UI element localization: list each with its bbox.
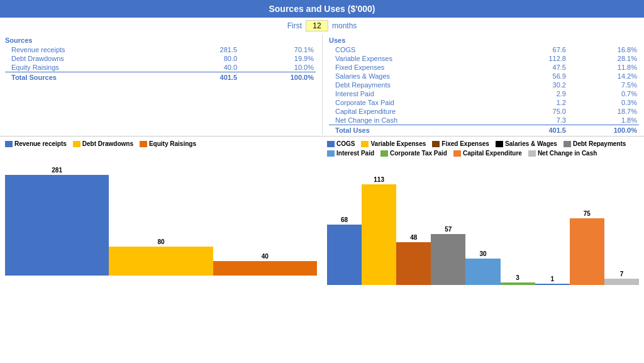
use-item-pct: 1.8%	[568, 116, 639, 125]
bar-label: 1	[550, 276, 554, 282]
months-row: First months	[0, 18, 644, 34]
bar-group: 30	[465, 250, 500, 285]
left-bar-chart: 281 80 40	[5, 150, 317, 276]
use-item-label: Capital Expenditure	[329, 107, 513, 116]
table-row: Variable Expenses 112.8 28.1%	[329, 54, 639, 63]
uses-table: COGS 67.6 16.8% Variable Expenses 112.8 …	[329, 45, 639, 135]
legend-item: Variable Expenses	[361, 140, 426, 147]
bar-group: 7	[604, 271, 639, 285]
uses-title: Uses	[329, 36, 639, 44]
source-item-label: Revenue receipts	[5, 45, 180, 54]
source-item-value: 40.0	[180, 63, 239, 72]
bar-label: 30	[479, 250, 486, 257]
legend-label: Salaries & Wages	[505, 140, 557, 147]
table-row: Salaries & Wages 56.9 14.2%	[329, 72, 639, 81]
use-item-pct: 14.2%	[568, 72, 639, 81]
uses-total-label: Total Uses	[329, 125, 513, 135]
bar-label: 75	[584, 210, 591, 217]
use-item-label: Variable Expenses	[329, 54, 513, 63]
sources-total-label: Total Sources	[5, 72, 180, 82]
bar	[5, 175, 109, 276]
use-item-value: 67.6	[513, 45, 568, 54]
sources-total-row: Total Sources 401.5 100.0%	[5, 72, 316, 82]
table-row: Revenue receipts 281.5 70.1%	[5, 45, 316, 54]
use-item-value: 47.5	[513, 63, 568, 72]
bar	[396, 242, 431, 285]
legend-label: Revenue receipts	[14, 140, 67, 147]
legend-label: Interest Paid	[336, 150, 374, 157]
use-item-pct: 0.7%	[568, 89, 639, 98]
bar-group: 40	[213, 253, 317, 276]
bar-group: 68	[327, 216, 362, 285]
source-item-pct: 10.0%	[239, 63, 316, 72]
use-item-pct: 11.8%	[568, 63, 639, 72]
table-row: Equity Raisings 40.0 10.0%	[5, 63, 316, 72]
use-item-value: 1.2	[513, 98, 568, 107]
legend-label: Variable Expenses	[370, 140, 426, 147]
sources-table: Revenue receipts 281.5 70.1% Debt Drawdo…	[5, 45, 316, 82]
tables-section: Sources Revenue receipts 281.5 70.1% Deb…	[0, 34, 644, 135]
left-legend: Revenue receiptsDebt DrawdownsEquity Rai…	[5, 140, 317, 147]
legend-item: Salaries & Wages	[496, 140, 557, 147]
uses-total-row: Total Uses 401.5 100.0%	[329, 125, 639, 135]
legend-label: Fixed Expenses	[441, 140, 489, 147]
bar-group: 80	[109, 238, 213, 276]
legend-label: Corporate Tax Paid	[390, 150, 447, 157]
legend-color-swatch	[528, 150, 536, 157]
months-before-label: First	[287, 21, 302, 30]
legend-color-swatch	[432, 141, 440, 147]
use-item-pct: 28.1%	[568, 54, 639, 63]
legend-color-swatch	[327, 141, 335, 147]
legend-item: Debt Drawdowns	[73, 140, 133, 147]
page-title: Sources and Uses ($'000)	[0, 0, 644, 18]
uses-panel: Uses COGS 67.6 16.8% Variable Expenses 1…	[322, 34, 639, 135]
use-item-pct: 0.3%	[568, 98, 639, 107]
left-chart: Revenue receiptsDebt DrawdownsEquity Rai…	[5, 140, 322, 285]
sources-total-value: 401.5	[180, 72, 239, 82]
legend-label: Equity Raisings	[149, 140, 196, 147]
use-item-value: 30.2	[513, 81, 568, 89]
legend-color-swatch	[496, 141, 503, 147]
source-item-value: 80.0	[180, 54, 239, 63]
bar-group: 57	[431, 226, 465, 285]
table-row: Interest Paid 2.9 0.7%	[329, 89, 639, 98]
legend-color-swatch	[140, 141, 147, 147]
bar	[501, 282, 535, 285]
bar-group: 281	[5, 167, 109, 276]
bar	[535, 284, 570, 285]
bar-label: 7	[620, 271, 624, 277]
bar-label: 281	[52, 167, 62, 174]
use-item-value: 75.0	[513, 107, 568, 116]
bar	[213, 261, 317, 276]
source-item-value: 281.5	[180, 45, 239, 54]
legend-color-swatch	[564, 141, 571, 147]
bar-group: 48	[396, 234, 431, 285]
months-input[interactable]	[306, 20, 328, 31]
bar-label: 113	[374, 176, 384, 183]
use-item-value: 112.8	[513, 54, 568, 63]
legend-color-swatch	[5, 141, 13, 147]
legend-label: Net Change in Cash	[538, 150, 597, 157]
legend-color-swatch	[327, 150, 335, 157]
use-item-pct: 7.5%	[568, 81, 639, 89]
legend-item: COGS	[327, 140, 355, 147]
legend-item: Equity Raisings	[140, 140, 196, 147]
sources-panel: Sources Revenue receipts 281.5 70.1% Deb…	[5, 34, 322, 135]
bar	[604, 279, 639, 285]
bar	[465, 259, 500, 285]
legend-item: Revenue receipts	[5, 140, 67, 147]
legend-label: Debt Repayments	[573, 140, 626, 147]
bar	[327, 225, 362, 285]
sources-total-pct: 100.0%	[239, 72, 316, 82]
bar	[109, 247, 213, 276]
use-item-label: COGS	[329, 45, 513, 54]
source-item-pct: 70.1%	[239, 45, 316, 54]
use-item-pct: 18.7%	[568, 107, 639, 116]
bar-label: 80	[157, 238, 164, 245]
right-legend: COGSVariable ExpensesFixed ExpensesSalar…	[327, 140, 639, 157]
use-item-label: Debt Repayments	[329, 81, 513, 89]
legend-item: Corporate Tax Paid	[380, 150, 447, 157]
uses-total-pct: 100.0%	[568, 125, 639, 135]
months-after-label: months	[332, 21, 357, 30]
legend-label: COGS	[336, 140, 355, 147]
